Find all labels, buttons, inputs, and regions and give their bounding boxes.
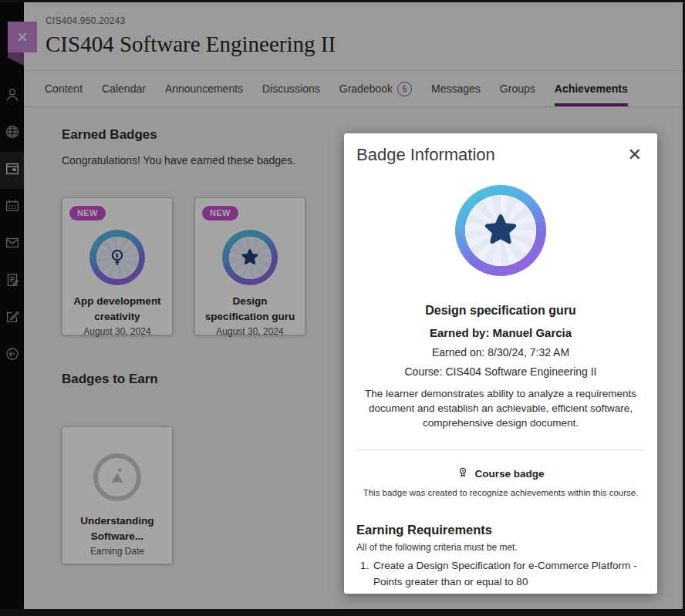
badge-type-note: This badge was created to recognize achi…: [356, 488, 645, 497]
close-icon: ✕: [628, 145, 642, 164]
earning-requirements-list: Create a Design Specification for e-Comm…: [372, 558, 645, 591]
medal-icon: [457, 466, 469, 482]
modal-title: Badge Information: [356, 145, 495, 165]
earning-requirements-note: All of the following criteria must be me…: [356, 542, 645, 553]
modal-earned-by: Earned by: Manuel Garcia: [356, 326, 645, 339]
modal-earned-on: Earned on: 8/30/24, 7:32 AM: [356, 346, 645, 358]
requirement-item: Create a Design Specification for e-Comm…: [372, 558, 645, 591]
badge-type-row: Course badge: [356, 466, 645, 482]
star-badge-large-icon: [465, 195, 536, 266]
badge-type-label: Course badge: [474, 468, 544, 480]
modal-divider: [356, 449, 645, 450]
modal-badge-name: Design specification guru: [356, 304, 645, 318]
modal-course: Course: CIS404 Software Engineering II: [356, 365, 645, 378]
modal-badge-description: The learner demonstrates ability to anal…: [357, 387, 644, 431]
modal-close-button[interactable]: ✕: [625, 145, 645, 165]
badge-ring-large: [455, 185, 546, 276]
earning-requirements-heading: Earning Requirements: [356, 523, 645, 537]
modal-header: Badge Information ✕: [356, 145, 645, 165]
app-root: ✕ CIS404.950.20243 CIS404 Software Engin…: [0, 2, 683, 609]
browser-window: ✕ CIS404.950.20243 CIS404 Software Engin…: [0, 0, 685, 616]
badge-information-modal: Badge Information ✕ Design specification…: [344, 133, 657, 594]
